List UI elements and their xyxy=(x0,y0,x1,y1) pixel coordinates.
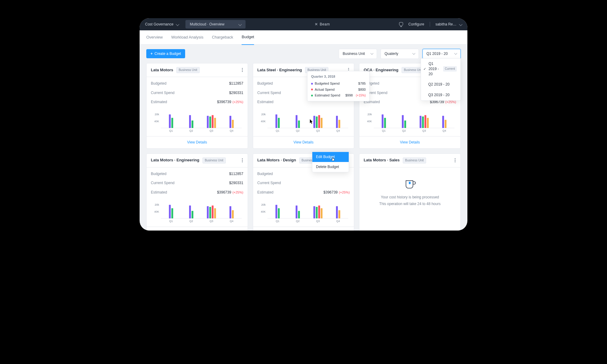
chevron-down-icon xyxy=(459,22,462,26)
tooltip-label: Estimated Spend xyxy=(315,93,340,98)
kpi-value: $290331 xyxy=(229,180,243,186)
kpi-label: Budgeted xyxy=(257,171,273,177)
svg-text:Q4: Q4 xyxy=(336,129,340,132)
view-details-link[interactable]: View Details xyxy=(400,140,420,144)
svg-rect-59 xyxy=(209,207,211,218)
svg-rect-6 xyxy=(192,121,193,128)
kpi-label: Estimated xyxy=(257,99,273,105)
cursor-hand-icon xyxy=(331,157,335,161)
svg-rect-38 xyxy=(384,118,386,128)
filter-business-unit[interactable]: Business Unit xyxy=(339,49,377,59)
svg-rect-62 xyxy=(229,206,231,218)
svg-rect-85 xyxy=(409,182,411,184)
svg-text:40K: 40K xyxy=(154,210,159,213)
svg-text:Q3: Q3 xyxy=(210,220,213,223)
svg-text:Q2: Q2 xyxy=(296,129,300,132)
tab-budget[interactable]: Budget xyxy=(242,30,254,45)
create-budget-button[interactable]: + Create a Budget xyxy=(146,49,185,58)
svg-rect-79 xyxy=(336,206,338,218)
svg-rect-46 xyxy=(445,120,446,128)
configure-link[interactable]: Configure xyxy=(409,22,424,27)
svg-rect-12 xyxy=(232,120,234,128)
tab-overview[interactable]: Overview xyxy=(146,30,163,44)
svg-text:20k: 20k xyxy=(261,113,266,116)
card-context-menu: Edit Budget Delete Budget xyxy=(312,152,349,172)
svg-rect-22 xyxy=(296,115,297,128)
card-header: Lata Motors · Sales Business Unit xyxy=(359,154,460,167)
svg-rect-78 xyxy=(320,208,322,218)
kpi-label: Current Spend xyxy=(257,90,281,96)
menu-edit-budget[interactable]: Edit Budget xyxy=(312,152,349,162)
tooltip-label: Actual Spend xyxy=(315,87,334,92)
svg-rect-11 xyxy=(229,116,231,128)
period-dropdown: Q1 2019 - 20 Current Q2 2019 - 20 Q3 201… xyxy=(421,58,461,101)
budget-chart: 40K20kQ1Q2Q3Q4 xyxy=(253,108,354,136)
chevron-down-icon xyxy=(176,22,179,26)
svg-rect-55 xyxy=(171,208,173,218)
svg-rect-71 xyxy=(275,205,277,218)
svg-rect-10 xyxy=(214,118,216,128)
budget-cards-grid: Lata Motors Business Unit Budgeted$11285… xyxy=(140,63,467,231)
svg-text:40K: 40K xyxy=(261,120,266,123)
svg-text:Q2: Q2 xyxy=(189,129,193,132)
menu-delete-budget[interactable]: Delete Budget xyxy=(312,162,349,172)
svg-rect-4 xyxy=(171,118,173,128)
svg-rect-63 xyxy=(232,210,234,218)
card-tag: Business Unit xyxy=(176,67,200,73)
svg-text:Q4: Q4 xyxy=(230,129,233,132)
svg-text:Q4: Q4 xyxy=(336,220,340,223)
svg-text:Q1: Q1 xyxy=(276,129,279,132)
context-selector[interactable]: Multicloud · Overview xyxy=(185,20,246,29)
svg-text:40K: 40K xyxy=(154,120,159,123)
tooltip-change: (+15%) xyxy=(356,93,366,98)
card-menu-button[interactable] xyxy=(241,158,243,163)
svg-rect-28 xyxy=(336,116,338,128)
filter-period[interactable]: Q1 2019 - 20 xyxy=(422,49,461,59)
kpi-label: Current Spend xyxy=(151,90,175,96)
app-window: Cost Governance Multicloud · Overview ✕ … xyxy=(140,18,467,231)
svg-rect-77 xyxy=(318,205,320,218)
tab-chargeback[interactable]: Chargeback xyxy=(212,30,233,44)
period-option[interactable]: Q1 2019 - 20 Current xyxy=(421,59,460,79)
kpi-value: $112857 xyxy=(229,81,243,86)
view-details-link[interactable]: View Details xyxy=(187,140,207,144)
global-header: Cost Governance Multicloud · Overview ✕ … xyxy=(140,18,467,30)
svg-text:Q4: Q4 xyxy=(230,220,233,223)
svg-rect-21 xyxy=(278,118,280,128)
svg-rect-56 xyxy=(189,205,191,218)
cursor-icon xyxy=(310,119,314,124)
budget-chart: 40K20kQ1Q2Q3Q4 xyxy=(147,198,248,227)
legend-dot-icon xyxy=(311,83,313,85)
kpi-change: (+25%) xyxy=(339,190,350,194)
tab-workload-analysis[interactable]: Workload Analysis xyxy=(171,30,203,44)
card-menu-button[interactable] xyxy=(241,67,243,72)
svg-rect-61 xyxy=(214,208,216,218)
filter-period-type[interactable]: Quaterly xyxy=(381,49,419,59)
toolbar: + Create a Budget Business Unit Quaterly… xyxy=(140,45,467,63)
svg-text:Q1: Q1 xyxy=(169,129,173,132)
svg-rect-5 xyxy=(189,115,191,128)
svg-rect-43 xyxy=(425,115,426,128)
user-menu[interactable]: sabitha Re… xyxy=(436,22,462,27)
plus-icon: + xyxy=(151,52,153,56)
scope-label: Cost Governance xyxy=(145,22,173,27)
bell-icon[interactable] xyxy=(399,22,403,26)
budget-chart: 40K20kQ1Q2Q3Q4 xyxy=(147,108,248,136)
svg-rect-8 xyxy=(209,116,211,128)
card-title: Lata Motors · Sales xyxy=(364,157,399,163)
svg-text:Q3: Q3 xyxy=(422,129,426,132)
svg-rect-37 xyxy=(382,114,384,128)
svg-rect-29 xyxy=(338,120,340,128)
kpi-value: $290331 xyxy=(229,90,243,96)
period-option[interactable]: Q3 2019 - 20 xyxy=(421,90,460,100)
card-menu-button[interactable] xyxy=(454,158,456,163)
period-option[interactable]: Q2 2019 - 20 xyxy=(421,79,460,90)
scope-selector[interactable]: Cost Governance xyxy=(145,22,179,27)
svg-text:Q3: Q3 xyxy=(210,129,213,132)
tooltip-value: $998 xyxy=(345,93,353,98)
view-details-link[interactable]: View Details xyxy=(293,140,314,144)
budget-card: Lata Motors · Engineering Business Unit … xyxy=(146,153,248,231)
svg-text:Q2: Q2 xyxy=(296,220,300,223)
svg-text:20k: 20k xyxy=(155,113,159,116)
chevron-down-icon xyxy=(239,22,242,26)
